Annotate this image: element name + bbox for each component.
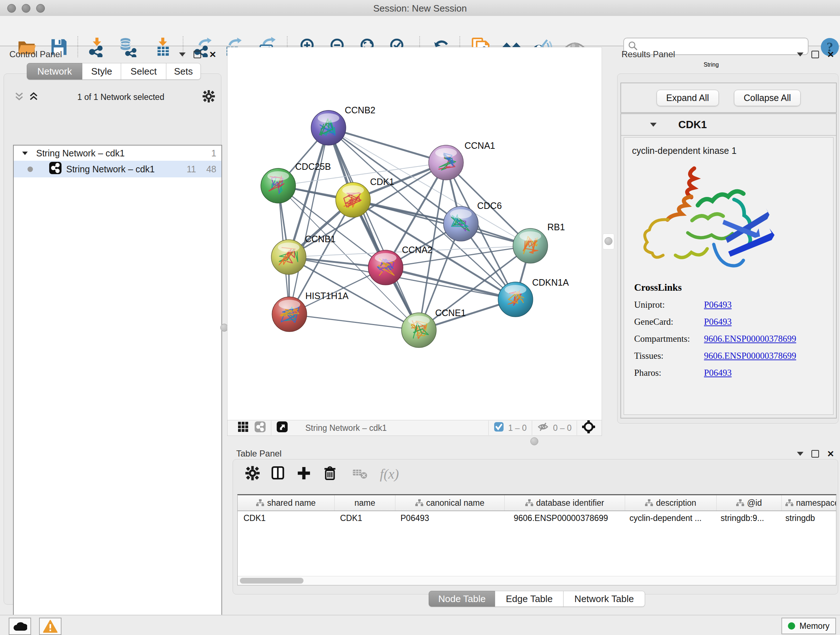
results-panel-tabs: String [704, 62, 728, 75]
cell-namespace[interactable]: stringdb [780, 513, 836, 523]
status-bar: Memory [0, 615, 840, 635]
network-node-CCNB1[interactable]: CCNB1 [271, 234, 336, 274]
tab-network-table[interactable]: Network Table [563, 591, 645, 607]
expand-all-networks-icon[interactable] [27, 90, 40, 104]
right-splitter-handle[interactable] [605, 237, 613, 245]
network-node-RB1[interactable]: RB1 [513, 222, 565, 263]
node-gloss [505, 285, 526, 295]
results-panel-close-button[interactable]: ✕ [827, 51, 834, 57]
network-edge-CCNB2-CCNA1[interactable] [328, 128, 446, 163]
network-row-selected[interactable]: String Network – cdk1 11 48 [14, 161, 221, 177]
cell-shared-name[interactable]: CDK1 [238, 513, 334, 523]
network-node-CCNA1[interactable]: CCNA1 [429, 141, 495, 180]
selected-checkbox-icon[interactable] [494, 422, 504, 434]
fit-selection-icon[interactable] [582, 420, 595, 435]
control-panel-tabs: Network Style Select Sets [27, 63, 201, 80]
network-node-CDK1[interactable]: CDK1 [336, 177, 394, 217]
column-header-name[interactable]: name [335, 495, 395, 510]
results-buttons-box: Expand All Collapse All [621, 82, 837, 113]
collapse-all-button[interactable]: Collapse All [734, 90, 801, 106]
network-node-HIST1H1A[interactable]: HIST1H1A [272, 291, 349, 332]
delete-column-icon[interactable] [321, 464, 339, 483]
tab-select[interactable]: Select [121, 63, 166, 80]
network-list-toolbar: 1 of 1 Network selected [13, 90, 216, 104]
table-panel-menu-button[interactable] [797, 452, 804, 456]
table-row[interactable]: CDK1 CDK1 P06493 9606.ENSP00000378699 cy… [238, 511, 836, 525]
table-panel-float-button[interactable] [812, 450, 819, 458]
network-edge-HIST1H1A-CCNE1[interactable] [289, 314, 419, 330]
column-header-database-identifier[interactable]: database identifier [505, 495, 625, 510]
show-columns-icon[interactable] [269, 464, 286, 483]
birds-eye-view-icon[interactable] [276, 421, 288, 435]
tab-sets[interactable]: Sets [166, 63, 201, 80]
table-options-gear-icon[interactable] [245, 465, 261, 483]
table-panel-close-button[interactable]: ✕ [827, 451, 834, 457]
column-header-canonical-name[interactable]: canonical name [395, 495, 505, 510]
network-options-gear-icon[interactable] [202, 89, 216, 105]
node-count: 11 [179, 164, 196, 174]
node-gloss [375, 253, 396, 263]
column-header-namespace[interactable]: namespace [782, 495, 836, 510]
network-node-CDC25B[interactable]: CDC25B [261, 162, 331, 203]
tab-node-table[interactable]: Node Table [429, 591, 495, 607]
control-panel-float-button[interactable] [194, 51, 201, 58]
crosslink-tissues[interactable]: 9606.ENSP00000378699 [704, 351, 796, 361]
cell-name[interactable]: CDK1 [334, 513, 395, 523]
cell-database-identifier[interactable]: 9606.ENSP00000378699 [504, 513, 624, 523]
expand-all-button[interactable]: Expand All [657, 90, 719, 106]
crosslink-pharos[interactable]: P06493 [704, 368, 731, 378]
warnings-button[interactable] [39, 618, 62, 635]
node-gloss [278, 242, 300, 252]
column-header-shared-name[interactable]: shared name [238, 495, 335, 510]
node-gloss [342, 185, 364, 195]
network-node-CDC6[interactable]: CDC6 [444, 201, 502, 241]
control-panel-menu-button[interactable] [179, 52, 186, 57]
network-label: String Network – cdk1 [66, 164, 155, 174]
column-header-id[interactable]: @id [717, 495, 782, 510]
cell-id[interactable]: stringdb:9... [715, 513, 780, 523]
table-horizontal-scrollbar[interactable] [238, 576, 836, 585]
hidden-eye-icon[interactable] [537, 421, 549, 435]
node-label: CDK1 [370, 177, 394, 187]
cell-canonical-name[interactable]: P06493 [395, 513, 504, 523]
cell-description[interactable]: cyclin-dependent ... [624, 513, 715, 523]
grid-view-icon[interactable] [238, 421, 248, 434]
column-header-description[interactable]: description [625, 495, 717, 510]
crosslink-row: Uniprot: P06493 [634, 300, 833, 310]
delete-table-icon[interactable] [352, 464, 369, 483]
gene-collapse-icon[interactable] [650, 123, 657, 127]
bottom-splitter-handle[interactable] [531, 437, 538, 445]
function-builder-icon[interactable]: f(x) [380, 466, 399, 482]
table-panel: Table Panel ✕ f(x) shared name name cano… [231, 448, 840, 609]
gene-header[interactable]: CDK1 [621, 114, 836, 136]
node-gloss [279, 300, 300, 309]
hidden-count: 0 – 0 [553, 423, 572, 433]
results-panel-menu-button[interactable] [797, 52, 804, 57]
network-node-CDKN1A[interactable]: CDKN1A [498, 277, 569, 317]
network-collection-row[interactable]: String Network – cdk1 1 [14, 146, 221, 161]
tab-network[interactable]: Network [27, 63, 82, 80]
collapse-all-networks-icon[interactable] [13, 90, 25, 104]
results-panel-float-button[interactable] [812, 51, 819, 58]
memory-button[interactable]: Memory [782, 618, 836, 634]
network-canvas[interactable]: CCNB2CCNA1CDC25BCDK1CDC6RB1CCNB1CCNA2CDK… [227, 47, 602, 421]
crosslink-compartments[interactable]: 9606.ENSP00000378699 [704, 334, 796, 344]
network-view-title: String Network – cdk1 [305, 423, 387, 433]
node-label: CDC6 [477, 201, 502, 211]
control-panel-title: Control Panel [9, 49, 62, 59]
table-panel-body: f(x) shared name name canonical name dat… [233, 459, 838, 594]
crosslink-row: Pharos: P06493 [634, 368, 833, 378]
warning-icon [43, 620, 57, 633]
cloud-button[interactable] [9, 618, 31, 635]
crosslink-genecard[interactable]: P06493 [704, 317, 731, 327]
results-panel-title: Results Panel [622, 49, 675, 59]
tab-style[interactable]: Style [82, 63, 121, 80]
tab-string[interactable]: String [704, 62, 728, 75]
network-edge-CCNB2-HIST1H1A[interactable] [289, 128, 328, 314]
string-view-icon[interactable] [254, 421, 266, 435]
collection-expand-icon[interactable] [22, 151, 27, 155]
crosslink-uniprot[interactable]: P06493 [704, 300, 731, 310]
control-panel-close-button[interactable]: ✕ [209, 51, 216, 57]
add-column-icon[interactable] [295, 464, 313, 483]
tab-edge-table[interactable]: Edge Table [495, 591, 564, 607]
